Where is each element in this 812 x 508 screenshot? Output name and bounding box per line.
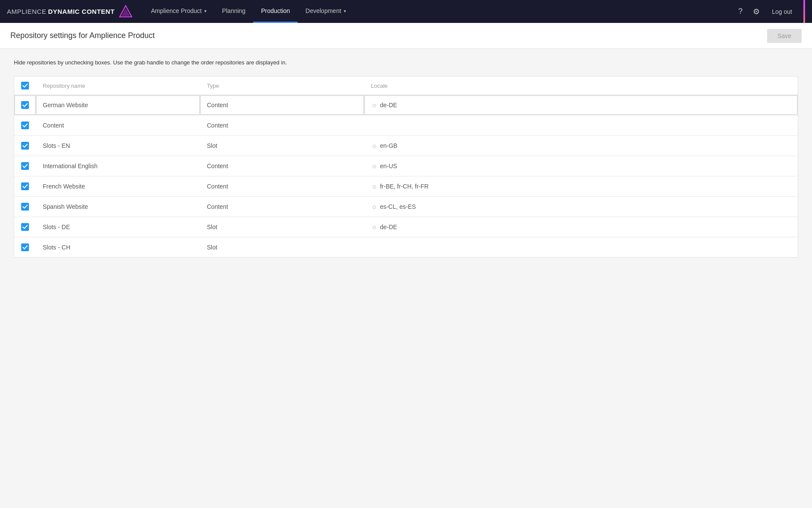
row-checkbox-cell [14, 156, 36, 176]
row-type: Slot [200, 136, 364, 156]
row-locale: ☼de-DE [364, 217, 798, 237]
row-type: Content [200, 115, 364, 136]
table-row: Slots - CHSlot [14, 237, 798, 258]
chevron-down-icon: ▾ [344, 9, 346, 13]
row-name: Slots - CH [36, 237, 200, 258]
row-name: Content [36, 115, 200, 136]
row-checkbox[interactable] [21, 203, 29, 211]
globe-icon: ☼ [371, 162, 377, 170]
row-type: Content [200, 197, 364, 217]
row-checkbox[interactable] [21, 142, 29, 150]
row-type: Content [200, 95, 364, 115]
save-button[interactable]: Save [767, 29, 802, 43]
row-type: Slot [200, 237, 364, 258]
nav-right: ? ⚙ Log out [736, 0, 805, 23]
row-checkbox[interactable] [21, 243, 29, 251]
table-row: International EnglishContent☼en-US [14, 156, 798, 176]
main-content: Hide repositories by unchecking boxes. U… [0, 49, 812, 268]
nav-items: Amplience Product▾PlanningProductionDeve… [143, 0, 736, 23]
row-checkbox[interactable] [21, 223, 29, 231]
row-locale [364, 115, 798, 136]
row-checkbox-cell [14, 115, 36, 136]
locale-text: fr-BE, fr-CH, fr-FR [380, 183, 429, 190]
nav-item-production[interactable]: Production [253, 0, 298, 23]
col-header-type: Type [200, 77, 364, 95]
locale-text: en-GB [380, 142, 397, 149]
row-checkbox-cell [14, 136, 36, 156]
row-locale: ☼en-GB [364, 136, 798, 156]
repository-table: Repository name Type Locale German Websi… [14, 76, 798, 258]
table-row: German WebsiteContent☼de-DE [14, 95, 798, 115]
row-checkbox-cell [14, 217, 36, 237]
row-locale [364, 237, 798, 258]
nav-item-planning[interactable]: Planning [214, 0, 254, 23]
nav-item-development[interactable]: Development▾ [298, 0, 354, 23]
row-name: Slots - DE [36, 217, 200, 237]
brand: AMPLIENCE DYNAMIC CONTENT [7, 5, 133, 19]
row-type: Content [200, 156, 364, 176]
locale-text: es-CL, es-ES [380, 203, 416, 210]
globe-icon: ☼ [371, 223, 377, 231]
table-body: German WebsiteContent☼de-DEContentConten… [14, 95, 798, 258]
row-name: Slots - EN [36, 136, 200, 156]
row-locale: ☼es-CL, es-ES [364, 197, 798, 217]
col-header-name: Repository name [36, 77, 200, 95]
col-header-locale: Locale [364, 77, 798, 95]
table-row: French WebsiteContent☼fr-BE, fr-CH, fr-F… [14, 176, 798, 197]
help-button[interactable]: ? [736, 5, 744, 18]
brand-name-bold: DYNAMIC CONTENT [48, 8, 114, 15]
row-checkbox-cell [14, 197, 36, 217]
row-checkbox-cell [14, 95, 36, 115]
row-checkbox[interactable] [21, 162, 29, 170]
settings-button[interactable]: ⚙ [751, 5, 761, 18]
row-type: Slot [200, 217, 364, 237]
brand-name-light: AMPLIENCE [7, 8, 46, 15]
row-name: French Website [36, 176, 200, 197]
table-row: ContentContent [14, 115, 798, 136]
globe-icon: ☼ [371, 142, 377, 150]
table-row: Slots - ENSlot☼en-GB [14, 136, 798, 156]
row-locale: ☼fr-BE, fr-CH, fr-FR [364, 176, 798, 197]
row-checkbox[interactable] [21, 121, 29, 129]
locale-text: de-DE [380, 224, 397, 230]
row-locale: ☼de-DE [364, 95, 798, 115]
chevron-down-icon: ▾ [204, 9, 206, 13]
locale-text: en-US [380, 163, 397, 169]
header-checkbox[interactable] [21, 82, 29, 89]
page-title: Repository settings for Amplience Produc… [10, 31, 155, 40]
locale-text: de-DE [380, 102, 397, 109]
globe-icon: ☼ [371, 101, 377, 109]
logout-button[interactable]: Log out [768, 6, 796, 17]
row-checkbox-cell [14, 237, 36, 258]
row-name: Spanish Website [36, 197, 200, 217]
navbar: AMPLIENCE DYNAMIC CONTENT Amplience Prod… [0, 0, 812, 23]
row-locale: ☼en-US [364, 156, 798, 176]
instruction-text: Hide repositories by unchecking boxes. U… [14, 59, 798, 66]
row-checkbox[interactable] [21, 182, 29, 190]
row-name: German Website [36, 95, 200, 115]
row-checkbox-cell [14, 176, 36, 197]
row-name: International English [36, 156, 200, 176]
globe-icon: ☼ [371, 203, 377, 211]
table-header: Repository name Type Locale [14, 77, 798, 95]
table-row: Spanish WebsiteContent☼es-CL, es-ES [14, 197, 798, 217]
globe-icon: ☼ [371, 182, 377, 190]
header-checkbox-cell [14, 77, 36, 95]
row-type: Content [200, 176, 364, 197]
page-header: Repository settings for Amplience Produc… [0, 23, 812, 49]
nav-accent-bar [803, 0, 805, 23]
brand-logo-icon [119, 5, 133, 19]
nav-item-amplience-product[interactable]: Amplience Product▾ [143, 0, 214, 23]
table-row: Slots - DESlot☼de-DE [14, 217, 798, 237]
row-checkbox[interactable] [21, 101, 29, 109]
